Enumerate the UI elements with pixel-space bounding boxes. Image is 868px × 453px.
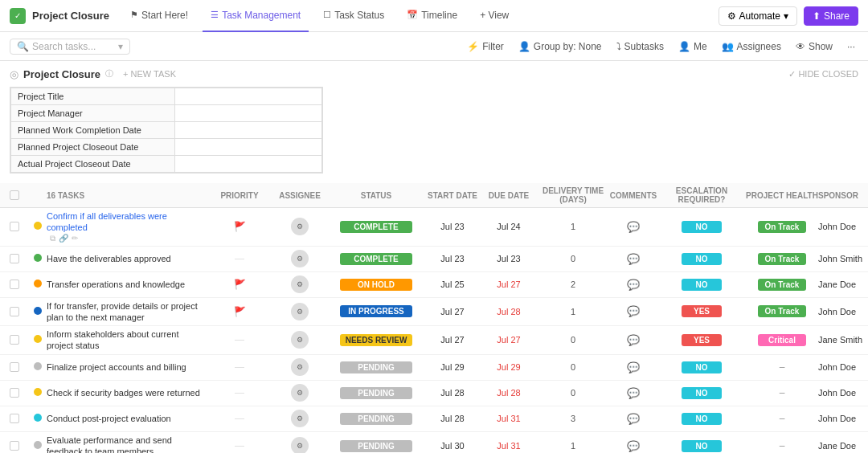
comment-icon[interactable]: 💬 — [627, 413, 640, 425]
task-name-link[interactable]: Confirm if all deliverables were complet… — [47, 211, 167, 232]
section-info-icon[interactable]: ⓘ — [105, 68, 113, 80]
status-badge[interactable]: NEEDS REVIEW — [340, 334, 412, 346]
status-badge[interactable]: COMPLETE — [340, 253, 412, 265]
assignee-avatar[interactable]: ⚙ — [291, 218, 309, 235]
status-badge[interactable]: PENDING — [340, 387, 412, 399]
hide-closed-button[interactable]: ✓ HIDE CLOSED — [788, 69, 858, 80]
comment-icon[interactable]: 💬 — [627, 305, 640, 317]
task-checkbox[interactable] — [10, 335, 19, 345]
comment-icon[interactable]: 💬 — [627, 387, 640, 399]
task-checkbox[interactable] — [10, 441, 19, 451]
info-value[interactable] — [174, 105, 321, 122]
group-by-button[interactable]: 👤 Group by: None — [515, 39, 605, 54]
status-cell[interactable]: PENDING — [328, 361, 424, 373]
escalation-cell: NO — [657, 279, 746, 291]
health-cell: On Track — [746, 221, 818, 233]
task-list: Confirm if all deliverables were complet… — [0, 208, 868, 453]
info-value[interactable] — [174, 156, 321, 173]
priority-cell: — — [207, 253, 272, 264]
assignees-button[interactable]: 👥 Assignees — [719, 39, 784, 54]
search-box[interactable]: 🔍 Search tasks... ▾ — [10, 39, 130, 55]
row-check — [10, 222, 34, 231]
comment-icon[interactable]: 💬 — [627, 279, 640, 291]
task-cell: If for transfer, provide details or proj… — [47, 300, 207, 324]
tab-task-management[interactable]: ☰ Task Management — [203, 0, 309, 32]
share-button[interactable]: ⬆ Share — [804, 6, 858, 26]
status-cell[interactable]: NEEDS REVIEW — [328, 334, 424, 346]
comment-icon[interactable]: 💬 — [627, 440, 640, 452]
comment-icon[interactable]: 💬 — [627, 253, 640, 265]
assignee-avatar[interactable]: ⚙ — [291, 331, 309, 349]
status-cell[interactable]: PENDING — [328, 440, 424, 452]
escalation-cell: NO — [657, 253, 746, 265]
assignee-avatar[interactable]: ⚙ — [291, 275, 309, 293]
task-checkbox[interactable] — [10, 222, 19, 231]
sponsor-cell: John Smith — [818, 253, 868, 264]
show-button[interactable]: 👁 Show — [792, 39, 836, 54]
task-row: Finalize project accounts and billing — … — [0, 355, 868, 381]
header-escalation: ESCALATION REQUIRED? — [657, 186, 746, 204]
assignee-avatar[interactable]: ⚙ — [291, 250, 309, 267]
task-checkbox[interactable] — [10, 388, 19, 398]
priority-cell: — — [207, 361, 272, 373]
comment-icon[interactable]: 💬 — [627, 361, 640, 373]
assignee-avatar[interactable]: ⚙ — [291, 303, 309, 320]
status-cell[interactable]: COMPLETE — [328, 253, 424, 265]
info-value[interactable] — [174, 122, 321, 139]
info-table-row: Planned Project Closeout Date — [11, 139, 322, 156]
task-name: Conduct post-project evaluation — [47, 414, 171, 423]
tab-start-here[interactable]: ⚑ Start Here! — [122, 0, 196, 32]
info-value[interactable] — [174, 88, 321, 105]
comment-icon[interactable]: 💬 — [627, 221, 640, 233]
task-cell: Check if security badges were returned — [47, 387, 207, 398]
info-value[interactable] — [174, 139, 321, 156]
link-icon[interactable]: 🔗 — [59, 234, 68, 243]
tab-timeline[interactable]: 📅 Timeline — [399, 0, 465, 32]
task-cell: Finalize project accounts and billing — [47, 361, 207, 373]
edit-icon[interactable]: ✏ — [72, 234, 78, 243]
status-cell[interactable]: COMPLETE — [328, 221, 424, 233]
status-badge[interactable]: PENDING — [340, 413, 412, 425]
status-badge[interactable]: COMPLETE — [340, 221, 412, 233]
tab-view[interactable]: + View — [472, 0, 517, 32]
new-task-button[interactable]: + NEW TASK — [118, 67, 181, 80]
task-checkbox[interactable] — [10, 307, 19, 316]
assignee-avatar[interactable]: ⚙ — [291, 384, 309, 402]
section-title: Project Closure — [23, 68, 100, 80]
comment-icon[interactable]: 💬 — [627, 334, 640, 346]
task-checkbox[interactable] — [10, 414, 19, 423]
header-sponsor: SPONSOR — [818, 191, 868, 200]
due-date: Jul 31 — [497, 441, 520, 451]
escalation-badge: YES — [682, 305, 722, 317]
status-badge[interactable]: IN PROGRESS — [340, 305, 412, 317]
subtasks-button[interactable]: ⤵ Subtasks — [613, 39, 667, 54]
assignee-cell: ⚙ — [272, 218, 328, 235]
status-cell[interactable]: PENDING — [328, 413, 424, 425]
automate-button[interactable]: ⚙ Automate ▾ — [719, 6, 797, 26]
delivery-cell: 3 — [537, 413, 609, 424]
status-cell[interactable]: IN PROGRESS — [328, 305, 424, 317]
assignee-avatar[interactable]: ⚙ — [291, 410, 309, 427]
status-badge[interactable]: PENDING — [340, 440, 412, 452]
more-button[interactable]: ··· — [844, 39, 858, 54]
delivery-value: 3 — [571, 414, 575, 423]
start-date: Jul 23 — [440, 254, 464, 263]
task-checkbox[interactable] — [10, 280, 19, 289]
status-cell[interactable]: ON HOLD — [328, 279, 424, 291]
select-all-checkbox[interactable] — [10, 190, 19, 200]
start-date: Jul 28 — [440, 414, 464, 423]
tab-task-status-label: Task Status — [334, 10, 384, 21]
assignee-avatar[interactable]: ⚙ — [291, 437, 309, 453]
me-label: Me — [694, 41, 707, 52]
tab-task-status[interactable]: ☐ Task Status — [315, 0, 392, 32]
assignee-avatar[interactable]: ⚙ — [291, 358, 309, 376]
status-badge[interactable]: ON HOLD — [340, 279, 412, 291]
section-collapse-icon[interactable]: ◎ — [10, 68, 18, 80]
status-badge[interactable]: PENDING — [340, 361, 412, 373]
task-checkbox[interactable] — [10, 254, 19, 263]
filter-button[interactable]: ⚡ Filter — [464, 39, 507, 54]
copy-icon[interactable]: ⧉ — [50, 234, 55, 243]
me-button[interactable]: 👤 Me — [675, 39, 710, 54]
status-cell[interactable]: PENDING — [328, 387, 424, 399]
task-checkbox[interactable] — [10, 362, 19, 372]
